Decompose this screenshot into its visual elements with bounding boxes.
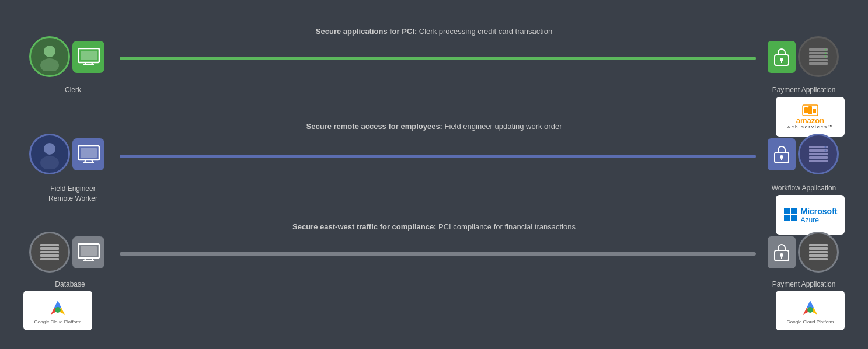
database-label: Database — [38, 280, 102, 288]
svg-rect-14 — [809, 62, 828, 65]
svg-rect-57 — [809, 244, 828, 246]
azure-diamond-svg — [783, 207, 799, 222]
azure-logo: Microsoft Azure — [783, 206, 838, 223]
lock-svg-3 — [773, 242, 790, 262]
svg-rect-44 — [40, 247, 59, 250]
row2-right-rack-icon — [798, 134, 839, 175]
row1-right-rack-icon — [798, 36, 839, 77]
clerk-avatar-icon — [35, 42, 64, 71]
svg-rect-45 — [40, 251, 59, 253]
svg-rect-6 — [81, 51, 97, 60]
row3-label: Secure east-west traffic for compliance:… — [292, 222, 576, 231]
gcp-logo-svg-left — [47, 297, 68, 318]
svg-point-23 — [40, 156, 59, 169]
row2-left-group — [29, 134, 104, 175]
svg-point-8 — [780, 58, 783, 61]
svg-rect-21 — [813, 109, 816, 113]
rack-svg — [804, 43, 832, 71]
row3-label-rest: PCI compliance for financial transaction… — [436, 222, 575, 231]
svg-point-55 — [780, 253, 783, 257]
svg-rect-52 — [81, 246, 97, 256]
payment-app-label-2: Payment Application — [766, 280, 842, 288]
svg-rect-42 — [791, 215, 797, 221]
svg-point-15 — [825, 49, 827, 51]
row2-label-bold: Secure remote access for employees: — [306, 122, 442, 131]
field-engineer-monitor-icon — [72, 138, 104, 170]
payment-app-label-1: Payment Application — [766, 86, 842, 94]
svg-rect-41 — [784, 215, 790, 221]
row2-right-group — [768, 134, 839, 175]
svg-point-62 — [807, 307, 813, 313]
row1-label: Secure applications for PCI: Clerk proce… — [316, 27, 552, 36]
svg-rect-61 — [809, 258, 828, 260]
svg-point-53 — [55, 307, 61, 313]
svg-rect-47 — [40, 258, 59, 260]
svg-rect-19 — [804, 107, 808, 113]
svg-point-30 — [780, 155, 783, 159]
row1-right-lock-icon — [768, 41, 796, 73]
rack-svg-3 — [804, 238, 832, 266]
row3-right-rack-icon — [798, 232, 839, 273]
row1-left-group — [29, 36, 104, 77]
clerk-monitor-icon — [72, 41, 104, 73]
svg-point-1 — [40, 58, 59, 71]
aws-logo-box: amazon web services™ — [776, 97, 845, 137]
field-engineer-label: Field Engineer Remote Worker — [32, 184, 114, 204]
aws-subtext: web services™ — [787, 124, 834, 130]
row1-label-rest: Clerk processing credit card transaction — [417, 27, 552, 36]
svg-rect-58 — [809, 247, 828, 250]
row3-right-lock-icon — [768, 236, 796, 268]
svg-point-38 — [825, 150, 827, 152]
monitor-svg-3 — [78, 243, 100, 261]
monitor-svg-2 — [78, 145, 100, 163]
azure-logo-box: Microsoft Azure — [776, 195, 845, 235]
row3-connection-line — [120, 252, 756, 256]
svg-rect-13 — [809, 59, 828, 61]
monitor-svg — [78, 48, 100, 65]
gcp-logo-box-right: Google Cloud Platform — [776, 291, 845, 330]
svg-rect-35 — [809, 156, 828, 159]
diagram-container: Secure applications for PCI: Clerk proce… — [0, 0, 868, 349]
row1-connection-line — [120, 57, 756, 60]
azure-subtext: Azure — [801, 217, 819, 224]
aws-logo: amazon web services™ — [787, 104, 834, 130]
row2-connection-line — [120, 155, 756, 158]
database-rack-icon — [29, 232, 70, 273]
row2-right-lock-icon — [768, 138, 796, 170]
svg-point-22 — [44, 143, 55, 155]
database-svg — [36, 238, 64, 266]
svg-rect-20 — [808, 106, 812, 114]
row3-label-bold: Secure east-west traffic for compliance: — [292, 222, 436, 231]
rack-svg-2 — [804, 140, 832, 168]
row3-left-group — [29, 232, 104, 273]
svg-rect-40 — [791, 208, 797, 214]
row1-right-group — [768, 36, 839, 77]
svg-point-37 — [825, 146, 827, 148]
row1-label-bold: Secure applications for PCI: — [316, 27, 417, 36]
clerk-label: Clerk — [38, 86, 108, 94]
azure-text: Microsoft — [801, 207, 838, 216]
svg-rect-39 — [784, 208, 790, 214]
gcp-text-right: Google Cloud Platform — [787, 319, 834, 324]
svg-point-0 — [44, 46, 55, 57]
svg-rect-43 — [40, 244, 59, 246]
aws-box-icon — [801, 104, 819, 117]
svg-rect-46 — [40, 254, 59, 257]
svg-rect-60 — [809, 254, 828, 257]
field-engineer-icon — [35, 139, 64, 169]
row3-right-group — [768, 232, 839, 273]
svg-rect-34 — [809, 153, 828, 155]
svg-point-16 — [825, 53, 827, 54]
gcp-logo-svg-right — [800, 297, 821, 318]
row2-label: Secure remote access for employees: Fiel… — [306, 122, 562, 131]
aws-text: amazon — [796, 117, 824, 124]
svg-rect-59 — [809, 251, 828, 253]
svg-point-17 — [825, 56, 827, 58]
clerk-avatar — [29, 36, 70, 77]
gcp-logo-box-left: Google Cloud Platform — [23, 291, 92, 330]
row2-label-rest: Field engineer updating work order — [442, 122, 562, 131]
lock-svg — [773, 47, 790, 67]
database-monitor-icon — [72, 236, 104, 268]
workflow-app-label: Workflow Application — [766, 184, 842, 192]
field-engineer-avatar — [29, 134, 70, 175]
